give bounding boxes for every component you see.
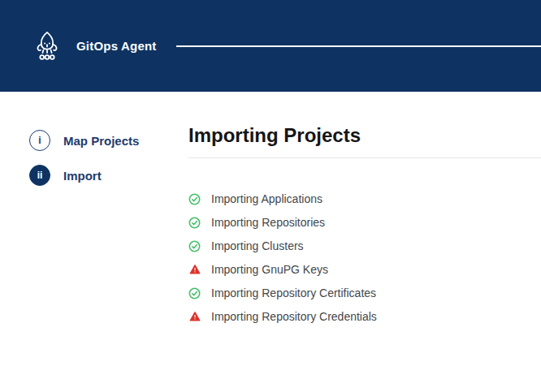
status-label: Importing Clusters (211, 239, 304, 252)
list-item: Importing Repositories (188, 211, 541, 235)
status-label: Importing Applications (211, 192, 322, 205)
app-header: GitOps Agent (0, 0, 541, 92)
check-circle-icon (188, 217, 201, 229)
sidebar-item-label: Import (63, 169, 102, 183)
sidebar-item-map-projects[interactable]: i Map Projects (29, 130, 188, 151)
warning-triangle-icon (188, 311, 201, 323)
warning-triangle-icon (188, 264, 201, 276)
step-number-badge: i (29, 130, 50, 151)
page-title: Importing Projects (188, 124, 541, 148)
import-status-list: Importing Applications Importing Reposit… (188, 187, 541, 329)
octopus-logo-icon (32, 29, 62, 63)
title-divider (188, 157, 541, 158)
list-item: Importing Clusters (188, 235, 541, 258)
header-divider (176, 45, 541, 47)
list-item: Importing Repository Credentials (188, 305, 541, 329)
status-label: Importing Repository Credentials (211, 310, 377, 323)
check-circle-icon (188, 193, 201, 205)
status-label: Importing Repository Certificates (211, 286, 376, 299)
check-circle-icon (188, 240, 201, 252)
list-item: Importing Repository Certificates (188, 282, 541, 305)
wizard-sidebar: i Map Projects ii Import (0, 92, 188, 200)
check-circle-icon (188, 287, 201, 299)
main-panel: Importing Projects Importing Application… (188, 92, 541, 329)
brand-title: GitOps Agent (76, 39, 157, 53)
status-label: Importing Repositories (211, 216, 325, 229)
step-number-badge: ii (29, 165, 50, 186)
status-label: Importing GnuPG Keys (211, 263, 328, 276)
sidebar-item-label: Map Projects (63, 134, 139, 148)
page-content: i Map Projects ii Import Importing Proje… (0, 92, 541, 329)
list-item: Importing GnuPG Keys (188, 258, 541, 282)
sidebar-item-import[interactable]: ii Import (29, 165, 188, 186)
list-item: Importing Applications (188, 187, 541, 211)
